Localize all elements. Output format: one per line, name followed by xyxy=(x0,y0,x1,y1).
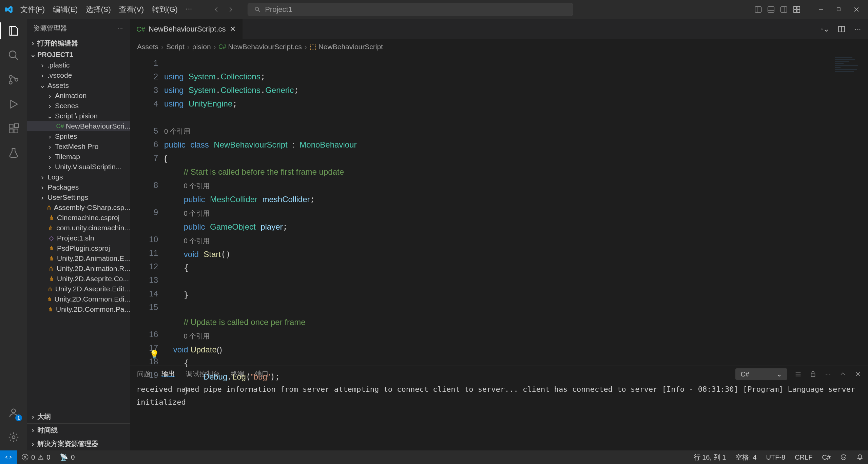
minimize-icon[interactable] xyxy=(817,5,825,14)
accounts-activity-icon[interactable]: 1 xyxy=(6,406,21,420)
breadcrumb-item[interactable]: pision xyxy=(192,43,211,51)
testing-activity-icon[interactable] xyxy=(6,146,21,160)
tree-item[interactable]: ◇Project1.sln xyxy=(27,233,130,243)
menu-item[interactable]: 查看(V) xyxy=(115,2,148,17)
output-body[interactable]: received named pipe information from ser… xyxy=(130,382,868,450)
problems-status[interactable]: ⓧ0 ⚠0 xyxy=(17,453,55,462)
tree-item[interactable]: ›TextMesh Pro xyxy=(27,141,130,152)
vscode-logo-icon xyxy=(4,5,14,14)
breadcrumb-item[interactable]: C#NewBehaviourScript.cs xyxy=(219,43,302,51)
lock-scroll-icon[interactable] xyxy=(809,370,817,378)
lightbulb-icon[interactable]: 💡 xyxy=(149,348,159,361)
breadcrumbs[interactable]: Assets›Script›pision›C#NewBehaviourScrip… xyxy=(130,39,868,54)
editor-tab[interactable]: C# NewBehaviourScript.cs ✕ xyxy=(130,19,243,39)
panel-more-icon[interactable]: ··· xyxy=(824,370,832,378)
tree-item[interactable]: ⌄Script \ pision xyxy=(27,111,130,121)
output-channel-select[interactable]: C# ⌄ xyxy=(735,368,787,380)
tree-item[interactable]: ⋔Unity.2D.Aseprite.Edit... xyxy=(27,284,130,294)
command-center[interactable]: Project1 xyxy=(248,3,573,16)
tree-item[interactable]: ⋔Unity.2D.Aseprite.Co... xyxy=(27,274,130,284)
close-panel-icon[interactable]: ✕ xyxy=(854,370,862,378)
codelens[interactable]: 0 个引用 xyxy=(184,210,210,217)
tree-item[interactable]: ⋔PsdPlugin.csproj xyxy=(27,243,130,253)
debug-activity-icon[interactable] xyxy=(6,97,21,111)
breadcrumb-separator-icon: › xyxy=(187,43,190,51)
tree-item[interactable]: ›Animation xyxy=(27,91,130,101)
maximize-panel-icon[interactable] xyxy=(839,370,847,378)
tree-item[interactable]: ›Sprites xyxy=(27,131,130,141)
encoding-status[interactable]: UTF-8 xyxy=(761,453,790,461)
section-open-editors[interactable]: › 打开的编辑器 xyxy=(27,37,130,49)
tree-item[interactable]: ›Packages xyxy=(27,182,130,192)
tree-item[interactable]: ›.vscode xyxy=(27,70,130,80)
minimap[interactable] xyxy=(831,54,868,366)
toggle-secondary-sidebar-icon[interactable] xyxy=(780,5,788,14)
eol-status[interactable]: CRLF xyxy=(790,453,817,461)
section-label: 解决方案资源管理器 xyxy=(37,439,98,448)
chevron-icon: › xyxy=(39,71,45,79)
menu-item[interactable]: 文件(F) xyxy=(16,2,49,17)
close-icon[interactable] xyxy=(852,5,861,14)
toggle-panel-icon[interactable] xyxy=(767,5,775,14)
language-mode[interactable]: C# xyxy=(817,453,835,461)
nav-forward-icon[interactable] xyxy=(227,5,235,14)
tree-item[interactable]: ⋔Cinemachine.csproj xyxy=(27,213,130,223)
titlebar: 文件(F)编辑(E)选择(S)查看(V)转到(G)··· Project1 xyxy=(0,0,868,19)
breadcrumb-item[interactable]: ⬚NewBehaviourScript xyxy=(310,43,383,51)
ports-status[interactable]: 📡0 xyxy=(55,453,79,461)
menu-item[interactable]: 转到(G) xyxy=(148,2,182,17)
tree-item[interactable]: ⋔Unity.2D.Common.Edi... xyxy=(27,294,130,304)
tree-item[interactable]: C#NewBehaviourScri... xyxy=(27,121,130,131)
menu-item[interactable]: 选择(S) xyxy=(82,2,115,17)
extensions-activity-icon[interactable] xyxy=(6,121,21,136)
codelens[interactable]: 0 个引用 xyxy=(184,237,210,245)
tree-item[interactable]: ⋔Unity.2D.Animation.R... xyxy=(27,264,130,274)
remote-indicator[interactable] xyxy=(0,450,17,464)
explorer-activity-icon[interactable] xyxy=(6,24,21,38)
tab-close-icon[interactable]: ✕ xyxy=(230,25,236,34)
menu-item[interactable]: 编辑(E) xyxy=(49,2,82,17)
tree-item[interactable]: ⌄Assets xyxy=(27,80,130,91)
tree-item[interactable]: ›Scenes xyxy=(27,101,130,111)
tree-item-label: Sprites xyxy=(55,132,77,140)
toggle-primary-sidebar-icon[interactable] xyxy=(754,5,762,14)
tree-item[interactable]: ›.plastic xyxy=(27,60,130,70)
tree-item[interactable]: ›Tilemap xyxy=(27,152,130,162)
customize-layout-icon[interactable] xyxy=(793,5,801,14)
section-outline[interactable]: ›大纲 xyxy=(27,410,130,423)
tree-item[interactable]: ⋔Unity.2D.Common.Pa... xyxy=(27,304,130,314)
tree-item[interactable]: ›UserSettings xyxy=(27,192,130,202)
search-activity-icon[interactable] xyxy=(6,48,21,62)
codelens[interactable]: 0 个引用 xyxy=(184,182,210,190)
scm-activity-icon[interactable] xyxy=(6,73,21,87)
tree-item[interactable]: ⋔Unity.2D.Animation.E... xyxy=(27,253,130,264)
section-project[interactable]: ⌄ PROJECT1 xyxy=(27,49,130,60)
tree-item-label: Cinemachine.csproj xyxy=(57,214,119,222)
svg-rect-2 xyxy=(768,7,774,12)
cursor-position[interactable]: 行 16, 列 1 xyxy=(689,453,731,462)
run-debug-icon[interactable]: ⌄ xyxy=(821,25,829,33)
code-editor[interactable]: 1234 567 8 9 101112131415 16171819 using… xyxy=(130,54,868,366)
settings-activity-icon[interactable] xyxy=(6,430,21,444)
maximize-icon[interactable] xyxy=(835,5,843,14)
editor-more-icon[interactable]: ··· xyxy=(854,25,862,33)
notifications-icon[interactable] xyxy=(852,454,868,461)
codelens[interactable]: 0 个引用 xyxy=(164,128,190,135)
indentation-status[interactable]: 空格: 4 xyxy=(731,453,761,462)
menu-item[interactable]: ··· xyxy=(182,2,196,17)
codelens[interactable]: 0 个引用 xyxy=(184,332,210,340)
code-body[interactable]: using System.Collections; using System.C… xyxy=(164,54,831,366)
breadcrumb-item[interactable]: Script xyxy=(166,43,185,51)
tree-item[interactable]: ›Logs xyxy=(27,172,130,182)
breadcrumb-item[interactable]: Assets xyxy=(137,43,158,51)
section-solution-explorer[interactable]: ›解决方案资源管理器 xyxy=(27,437,130,450)
split-editor-icon[interactable] xyxy=(837,25,846,33)
tree-item[interactable]: ›Unity.VisualScriptin... xyxy=(27,162,130,172)
sidebar-more-icon[interactable]: ··· xyxy=(116,24,124,32)
tree-item[interactable]: ⋔com.unity.cinemachin... xyxy=(27,223,130,233)
section-timeline[interactable]: ›时间线 xyxy=(27,423,130,437)
feedback-icon[interactable] xyxy=(835,454,852,461)
nav-back-icon[interactable] xyxy=(212,5,220,14)
tree-item[interactable]: ⋔Assembly-CSharp.csp... xyxy=(27,202,130,213)
list-icon[interactable] xyxy=(794,370,802,378)
